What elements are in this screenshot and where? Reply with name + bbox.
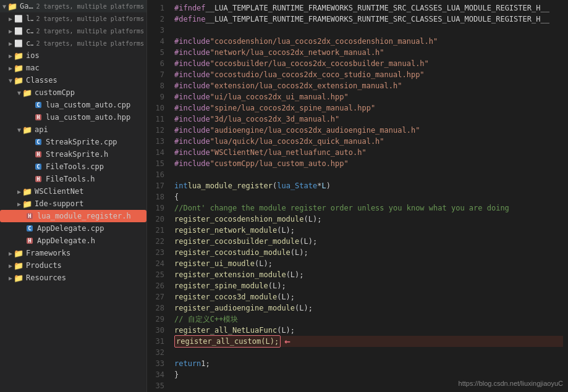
sidebar-item-customcpp[interactable]: ▼📁customCpp bbox=[0, 86, 146, 99]
line-number: 33 bbox=[147, 358, 164, 369]
sidebar-item-streaksprite_cpp[interactable]: CStreakSprite.cpp bbox=[0, 136, 146, 148]
code-line: } bbox=[174, 369, 563, 380]
sidebar-item-label: mac bbox=[26, 64, 40, 72]
code-line: #include "spine/lua_cocos2dx_spine_manua… bbox=[174, 102, 563, 114]
code-line: register_cocosbuilder_module(L); bbox=[174, 236, 563, 247]
sidebar-item-products[interactable]: ▶📁Products bbox=[0, 259, 146, 272]
sidebar-item-sublabel: 2 targets, multiple platforms bbox=[36, 15, 144, 22]
sidebar-item-ios[interactable]: ▶📁ios bbox=[0, 49, 146, 62]
file-icon: 📁 bbox=[22, 186, 32, 196]
sidebar-item-cocos2d_lua_bindings[interactable]: ▶⬜cocos2d_lua_bindings.xcodeproj2 target… bbox=[0, 25, 146, 37]
code-line: #ifndef __LUA_TEMPLATE_RUNTIME_FRAMEWORK… bbox=[174, 2, 563, 14]
code-line: #include "extension/lua_cocos2dx_extensi… bbox=[174, 80, 563, 91]
sidebar-item-appdelegate_cpp[interactable]: CAppDelegate.cpp bbox=[0, 222, 146, 235]
code-line bbox=[174, 380, 563, 391]
line-number: 5 bbox=[147, 47, 164, 58]
sidebar-item-classes[interactable]: ▼📁Classes bbox=[0, 74, 146, 86]
sidebar-item-libsimulator[interactable]: ▶⬜libsimulator.xcodeproj2 targets, multi… bbox=[0, 12, 146, 25]
sidebar-item-label: GameClient bbox=[20, 2, 33, 10]
file-icon: 📁 bbox=[14, 75, 23, 85]
code-content[interactable]: #ifndef __LUA_TEMPLATE_RUNTIME_FRAMEWORK… bbox=[169, 0, 568, 392]
code-line: #include "WSClientNet/lua_netluafunc_aut… bbox=[174, 147, 563, 158]
sidebar-item-label: customCpp bbox=[35, 88, 75, 97]
sidebar-item-lua_custom_auto_hpp[interactable]: Hlua_custom_auto.hpp bbox=[0, 111, 146, 123]
sidebar-item-sublabel: 2 targets, multiple platforms bbox=[36, 3, 144, 10]
file-tree: ▼📁GameClient2 targets, multiple platform… bbox=[0, 0, 147, 392]
sidebar-item-gameclient[interactable]: ▼📁GameClient2 targets, multiple platform… bbox=[0, 0, 146, 12]
code-line: #include "3d/lua_cocos2dx_3d_manual.h" bbox=[174, 114, 563, 125]
sidebar-item-api[interactable]: ▼📁api bbox=[0, 123, 146, 136]
line-number: 34 bbox=[147, 369, 164, 380]
line-number: 8 bbox=[147, 80, 164, 91]
sidebar-item-resources[interactable]: ▶📁Resources bbox=[0, 272, 146, 284]
file-icon: ⬜ bbox=[14, 38, 23, 48]
code-line: #include "cocostudio/lua_cocos2dx_coco_s… bbox=[174, 69, 563, 80]
code-line: #include "cocosdenshion/lua_cocos2dx_coc… bbox=[174, 36, 563, 47]
sidebar-item-lua_custom_auto_cpp[interactable]: Clua_custom_auto.cpp bbox=[0, 99, 146, 111]
line-numbers: 1234567891011121314151617181920212223242… bbox=[147, 0, 169, 392]
code-line: #define __LUA_TEMPLATE_RUNTIME_FRAMEWORK… bbox=[174, 14, 563, 25]
line-number: 35 bbox=[147, 380, 164, 391]
sidebar-item-label: StreakSprite.cpp bbox=[46, 138, 117, 146]
file-icon: H bbox=[33, 149, 43, 159]
code-line: register_spine_module(L); bbox=[174, 280, 563, 291]
code-line: register_cocostudio_module(L); bbox=[174, 247, 563, 258]
line-number: 13 bbox=[147, 136, 164, 147]
line-number: 22 bbox=[147, 236, 164, 247]
sidebar-item-appdelegate_h[interactable]: HAppDelegate.h bbox=[0, 235, 146, 247]
code-line: #include "ui/lua_cocos2dx_ui_manual.hpp" bbox=[174, 91, 563, 102]
code-line: register_cocos3d_module(L); bbox=[174, 291, 563, 302]
code-line: register_extension_module(L); bbox=[174, 269, 563, 280]
line-number: 26 bbox=[147, 280, 164, 291]
code-line: register_ui_moudle(L); bbox=[174, 258, 563, 269]
sidebar-item-sublabel: 2 targets, multiple platforms bbox=[36, 40, 144, 47]
code-line: register_all_NetLuaFunc(L); bbox=[174, 325, 563, 336]
sidebar-item-label: Classes bbox=[26, 76, 57, 85]
file-icon: 📁 bbox=[22, 88, 32, 98]
code-line: #include "lua/quick/lua_cocos2dx_quick_m… bbox=[174, 136, 563, 147]
sidebar-item-wsclientnet[interactable]: ▶📁WSClientNet bbox=[0, 185, 146, 198]
sidebar-item-label: cocos2d_libs.xcodeproj bbox=[26, 39, 33, 48]
code-line: #include "cocosbuilder/lua_cocos2dx_coco… bbox=[174, 58, 563, 69]
line-number: 14 bbox=[147, 147, 164, 158]
file-icon: H bbox=[33, 112, 43, 122]
line-number: 20 bbox=[147, 214, 164, 225]
code-line: return 1; bbox=[174, 358, 563, 369]
code-line: int lua_module_register(lua_State* L) bbox=[174, 180, 563, 191]
sidebar-item-filetools_h[interactable]: HFileTools.h bbox=[0, 173, 146, 185]
sidebar-item-label: AppDelegate.cpp bbox=[37, 224, 104, 233]
code-line: //Dont' change the module register order… bbox=[174, 202, 563, 214]
sidebar-item-frameworks[interactable]: ▶📁Frameworks bbox=[0, 247, 146, 259]
file-icon: C bbox=[33, 137, 43, 147]
line-number: 23 bbox=[147, 247, 164, 258]
file-icon: 📁 bbox=[14, 273, 23, 283]
code-line: register_network_module(L); bbox=[174, 225, 563, 236]
file-icon: C bbox=[33, 162, 43, 172]
file-icon: 📁 bbox=[22, 199, 32, 209]
sidebar-item-label: FileTools.cpp bbox=[46, 162, 104, 171]
sidebar-item-label: Products bbox=[26, 261, 62, 270]
line-number: 29 bbox=[147, 314, 164, 325]
line-number: 9 bbox=[147, 91, 164, 102]
code-line: register_audioengine_module(L); bbox=[174, 302, 563, 314]
line-number: 27 bbox=[147, 291, 164, 302]
file-icon: 📁 bbox=[14, 51, 23, 60]
sidebar-item-streaksprite_h[interactable]: HStreakSprite.h bbox=[0, 148, 146, 161]
sidebar-item-mac[interactable]: ▶📁mac bbox=[0, 62, 146, 74]
sidebar-item-label: WSClientNet bbox=[35, 187, 83, 196]
line-number: 12 bbox=[147, 125, 164, 136]
sidebar-item-cocos2d_libs[interactable]: ▶⬜cocos2d_libs.xcodeproj2 targets, multi… bbox=[0, 37, 146, 49]
sidebar-item-filetools_cpp[interactable]: CFileTools.cpp bbox=[0, 161, 146, 173]
line-number: 1 bbox=[147, 2, 164, 14]
sidebar-item-label: libsimulator.xcodeproj bbox=[26, 14, 33, 23]
line-number: 31 bbox=[147, 336, 164, 347]
file-icon: ⬜ bbox=[14, 26, 23, 36]
sidebar-item-lua_module_register_h[interactable]: Hlua_module_register.h bbox=[0, 210, 146, 222]
sidebar-item-ide_support[interactable]: ▶📁Ide-support bbox=[0, 198, 146, 210]
line-number: 15 bbox=[147, 158, 164, 169]
code-line: #include "audioengine/lua_cocos2dx_audio… bbox=[174, 125, 563, 136]
file-icon: 📁 bbox=[14, 248, 23, 258]
line-number: 3 bbox=[147, 25, 164, 36]
line-number: 6 bbox=[147, 58, 164, 69]
file-icon: H bbox=[25, 236, 35, 246]
